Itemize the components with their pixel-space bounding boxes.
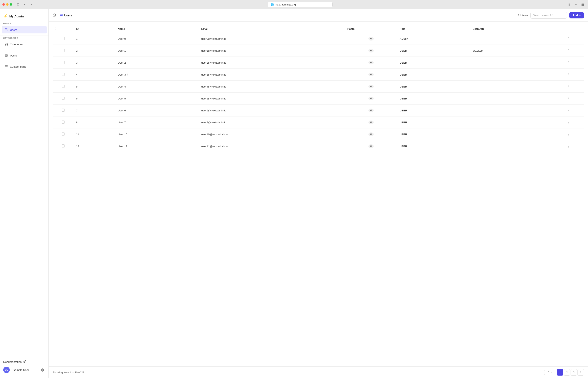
row-name: User 3⎘: [115, 69, 199, 81]
browser-sidebar-toggle[interactable]: □: [15, 2, 21, 7]
header-actions: [554, 25, 584, 33]
row-checkbox[interactable]: [62, 49, 65, 52]
row-checkbox[interactable]: [62, 133, 65, 135]
svg-rect-2: [7, 43, 8, 44]
row-birthdate: 3/7/2024: [470, 45, 554, 57]
row-role: ADMIN: [397, 33, 470, 45]
sidebar-item-custom[interactable]: Custom page: [2, 63, 47, 70]
more-menu-button[interactable]: ⋮: [565, 107, 572, 113]
row-name: User 5: [115, 93, 199, 105]
logo-text: My Admin: [9, 14, 24, 18]
row-role: USER: [397, 93, 470, 105]
row-role: USER: [397, 105, 470, 117]
header-birthdate: BirthDate: [470, 25, 554, 33]
row-id: 8: [74, 117, 115, 128]
row-checkbox[interactable]: [62, 121, 65, 123]
row-birthdate: [470, 93, 554, 105]
header-posts: Posts: [345, 25, 397, 33]
browser-chrome: □ ‹ › 🌐 next-admin.js.org ⇧ + ▦: [0, 0, 588, 9]
browser-back-button[interactable]: ‹: [22, 2, 28, 7]
page-button-3[interactable]: 3: [571, 369, 577, 376]
address-bar[interactable]: 🌐 next-admin.js.org: [268, 2, 333, 7]
row-posts: 0: [345, 140, 397, 152]
row-birthdate: [470, 57, 554, 69]
posts-badge: 0: [368, 144, 374, 148]
sidebar-section-users-label: USERS: [0, 23, 48, 26]
row-actions: ⋮: [554, 33, 584, 45]
sidebar-spacer: [0, 70, 48, 357]
share-button[interactable]: ⇧: [566, 2, 572, 7]
row-email: user0@nextadmin.io: [199, 33, 345, 45]
browser-forward-button[interactable]: ›: [28, 2, 34, 7]
per-page-select[interactable]: 10: [544, 370, 555, 375]
row-checkbox[interactable]: [62, 85, 65, 88]
address-bar-container: 🌐 next-admin.js.org: [36, 2, 564, 7]
page-icon: [60, 14, 63, 17]
sidebar: ⚡ My Admin USERS Users CATEGORIES: [0, 9, 49, 378]
row-checkbox[interactable]: [62, 73, 65, 76]
breadcrumb-separator: /: [57, 14, 58, 17]
row-checkbox[interactable]: [62, 144, 65, 148]
row-id: 7: [74, 105, 115, 117]
more-menu-button[interactable]: ⋮: [565, 143, 572, 149]
page-button-2[interactable]: 2: [564, 369, 570, 376]
search-box[interactable]: Search users: [531, 12, 567, 19]
more-menu-button[interactable]: ⋮: [565, 131, 572, 137]
posts-badge: 0: [368, 37, 374, 40]
svg-line-10: [24, 361, 26, 362]
copy-icon[interactable]: ⎘: [127, 73, 128, 76]
page-button-1[interactable]: 1: [557, 369, 563, 376]
row-posts: 0: [345, 57, 397, 69]
documentation-link[interactable]: Documentation: [3, 359, 45, 365]
more-menu-button[interactable]: ⋮: [565, 95, 572, 101]
row-name: User 2: [115, 57, 199, 69]
add-button[interactable]: Add +: [569, 12, 584, 18]
browser-nav-controls: □ ‹ ›: [15, 2, 34, 7]
settings-button[interactable]: [40, 367, 45, 373]
page-title: Users: [64, 14, 72, 17]
row-name: User 1: [115, 45, 199, 57]
row-posts: 0: [345, 81, 397, 93]
row-checkbox[interactable]: [62, 37, 65, 40]
row-posts: 0: [345, 105, 397, 117]
sidebar-item-categories[interactable]: Categories: [2, 41, 47, 48]
sidebar-item-users[interactable]: Users: [2, 26, 47, 33]
row-email: user1@nextadmin.io: [199, 45, 345, 57]
row-id: 2: [74, 45, 115, 57]
row-check: [53, 45, 74, 57]
tabs-overview-button[interactable]: ▦: [580, 2, 586, 7]
app-layout: ⚡ My Admin USERS Users CATEGORIES: [0, 9, 588, 378]
select-all-checkbox[interactable]: [55, 27, 58, 30]
row-checkbox[interactable]: [62, 97, 65, 100]
more-menu-button[interactable]: ⋮: [565, 119, 572, 125]
row-email: user4@nextadmin.io: [199, 81, 345, 93]
posts-badge: 0: [368, 133, 374, 136]
table-row: 3 User 2 user2@nextadmin.io 0 USER ⋮: [53, 57, 584, 69]
table-container: ID Name Email Posts Role BirthDate 1 Use…: [49, 22, 588, 366]
row-name: User 6: [115, 105, 199, 117]
row-check: [53, 117, 74, 128]
url-text: next-admin.js.org: [276, 3, 296, 6]
row-actions: ⋮: [554, 93, 584, 105]
row-checkbox[interactable]: [62, 61, 65, 64]
sidebar-item-posts-label: Posts: [10, 54, 17, 57]
row-posts: 0: [345, 45, 397, 57]
more-menu-button[interactable]: ⋮: [565, 83, 572, 90]
fullscreen-traffic-light[interactable]: [10, 3, 12, 6]
sidebar-item-posts[interactable]: Posts: [2, 52, 47, 59]
home-icon[interactable]: [53, 13, 56, 17]
minimize-traffic-light[interactable]: [6, 3, 9, 6]
row-id: 1: [74, 33, 115, 45]
close-traffic-light[interactable]: [2, 3, 5, 6]
more-menu-button[interactable]: ⋮: [565, 60, 572, 66]
page-next-button[interactable]: [577, 369, 584, 376]
row-checkbox[interactable]: [62, 108, 65, 112]
more-menu-button[interactable]: ⋮: [565, 71, 572, 78]
more-menu-button[interactable]: ⋮: [565, 48, 572, 54]
row-role: USER: [397, 140, 470, 152]
more-menu-button[interactable]: ⋮: [565, 36, 572, 42]
row-birthdate: [470, 33, 554, 45]
new-tab-button[interactable]: +: [573, 2, 579, 7]
row-name: User 7: [115, 117, 199, 128]
users-icon: [5, 28, 8, 32]
